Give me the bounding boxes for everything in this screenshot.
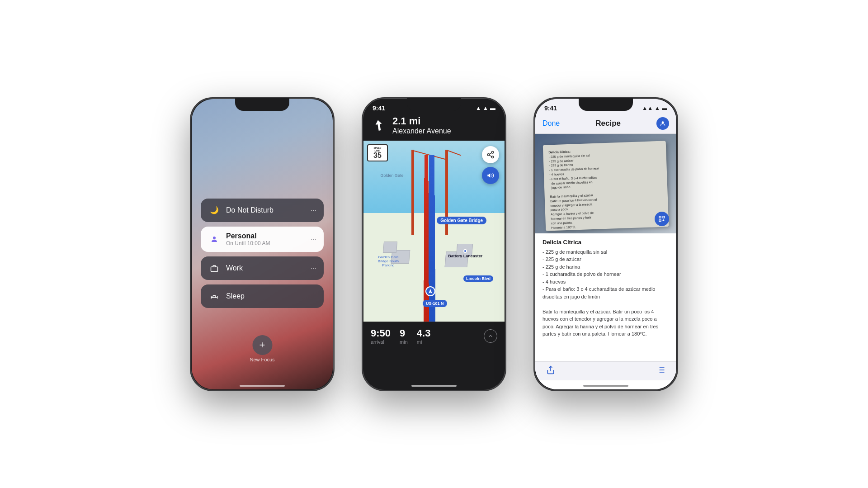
focus-row-work[interactable]: Work ···	[201, 256, 324, 280]
lincoln-blvd-label: Lincoln Blvd	[463, 275, 493, 282]
focus-sleep-name: Sleep	[226, 292, 311, 300]
speed-limit-title: SPEED LIMIT	[371, 147, 384, 152]
notebook-text: Delicia Cítrica: - 225 g de mantequilla …	[548, 146, 664, 231]
notes-title: Recipe	[595, 119, 621, 128]
bridge-cable-2	[447, 150, 462, 156]
home-bar-maps	[411, 385, 457, 387]
maps-footer: 9:50 arrival 9 min 4.3 mi	[363, 322, 505, 348]
notes-status-time: 9:41	[544, 104, 557, 112]
svg-point-0	[213, 237, 216, 239]
recipe-title: Delicia Cítrica	[542, 239, 669, 246]
gg-parking-label: Golden Gate Bridge South Parking	[375, 255, 402, 267]
maps-eta: 9:50 arrival 9 min 4.3 mi	[371, 327, 484, 345]
speed-limit-value: 35	[371, 152, 384, 159]
phone-notes: 9:41 ▲▲ ▲ ▬ Done Recipe Delicia Cítrica:…	[533, 97, 678, 391]
bed-icon	[208, 290, 221, 303]
home-bar	[240, 385, 285, 387]
eta-arrival: 9:50 arrival	[371, 327, 391, 345]
notes-photo-area: Delicia Cítrica: - 225 g de mantequilla …	[535, 134, 676, 233]
battery-icon: ▬	[490, 105, 495, 111]
maps-mute-button[interactable]	[482, 167, 499, 184]
list-button[interactable]	[656, 365, 665, 377]
eta-time-value: 9:50	[371, 327, 391, 339]
focus-panel: 🌙 Do Not Disturb ··· Personal On Until 1…	[201, 199, 324, 308]
plus-icon: +	[252, 335, 272, 355]
maps-background: SPEED LIMIT 35 Golden Gate Golden Gate B…	[363, 141, 505, 322]
focus-row-dnd[interactable]: 🌙 Do Not Disturb ···	[201, 199, 324, 222]
maps-share-button[interactable]	[482, 146, 499, 163]
svg-point-7	[662, 121, 664, 123]
eta-min-label: min	[400, 339, 408, 345]
focus-dnd-name: Do Not Disturb	[226, 206, 305, 214]
person-icon	[208, 233, 221, 246]
us101-label: US-101 N	[423, 300, 447, 307]
nav-arrow-icon	[371, 117, 387, 133]
bridge-tower-left	[411, 150, 414, 235]
golden-gate-bridge-label: Golden Gate Bridge	[437, 217, 486, 224]
briefcase-icon	[208, 262, 221, 275]
nav-street: Alexander Avenue	[392, 127, 451, 135]
phone-maps: 9:41 ▲ ▲ ▬ 2.1 mi Alexander Avenue	[362, 97, 506, 391]
wifi-icon: ▲	[483, 105, 488, 111]
eta-min-value: 9	[400, 327, 408, 339]
notes-status-icons: ▲▲ ▲ ▬	[642, 104, 667, 112]
moon-icon: 🌙	[208, 204, 221, 217]
eta-mi-label: mi	[417, 339, 431, 345]
new-focus-button[interactable]: + New Focus	[250, 335, 274, 362]
notes-toolbar	[535, 361, 676, 380]
navigation-arrow	[425, 286, 435, 296]
new-focus-label: New Focus	[250, 357, 274, 362]
maps-view: SPEED LIMIT 35 Golden Gate Golden Gate B…	[363, 141, 505, 322]
recipe-ingredients: - 225 g de mantequilla sin sal - 225 g d…	[542, 248, 669, 338]
golden-gate-area-label: Golden Gate	[380, 173, 403, 178]
focus-row-personal[interactable]: Personal On Until 10:00 AM ···	[201, 227, 324, 252]
svg-rect-8	[659, 216, 661, 218]
svg-rect-9	[663, 216, 665, 218]
focus-personal-subtitle: On Until 10:00 AM	[226, 240, 305, 246]
notes-wifi-icon: ▲	[655, 105, 660, 111]
svg-rect-1	[211, 267, 218, 272]
notes-signal-icon: ▲▲	[642, 105, 653, 111]
focus-personal-name: Personal	[226, 232, 305, 240]
notes-user-icon[interactable]	[656, 117, 669, 130]
maps-expand-button[interactable]	[484, 329, 497, 343]
focus-personal-dots[interactable]: ···	[311, 235, 316, 243]
maps-status-bar: 9:41 ▲ ▲ ▬	[363, 104, 505, 112]
battery-lancaster-label: Battery Lancaster	[448, 249, 482, 258]
signal-icon: ▲	[476, 105, 481, 111]
maps-road-red	[424, 155, 429, 322]
maps-status-time: 9:41	[373, 104, 385, 112]
notes-battery-icon: ▬	[662, 105, 667, 111]
building-2	[383, 242, 397, 253]
maps-status-icons: ▲ ▲ ▬	[476, 104, 495, 112]
svg-rect-10	[659, 220, 661, 222]
svg-line-6	[489, 152, 491, 154]
svg-point-4	[491, 156, 494, 158]
focus-row-sleep[interactable]: Sleep	[201, 284, 324, 308]
notebook: Delicia Cítrica: - 225 g de mantequilla …	[543, 141, 669, 231]
focus-work-dots[interactable]: ···	[311, 264, 316, 272]
svg-point-3	[487, 153, 490, 156]
svg-line-5	[489, 155, 491, 156]
focus-work-name: Work	[226, 264, 305, 272]
scan-text-button[interactable]	[655, 212, 669, 226]
eta-time-label: arrival	[371, 339, 391, 345]
nav-distance: 2.1 mi	[392, 115, 451, 127]
svg-point-2	[491, 151, 494, 153]
notes-status-bar: 9:41 ▲▲ ▲ ▬	[535, 104, 676, 112]
battery-pin	[463, 249, 467, 253]
eta-mi-value: 4.3	[417, 327, 431, 339]
home-bar-notes	[583, 385, 628, 387]
notes-done-button[interactable]: Done	[542, 119, 560, 128]
phone-focus: 🌙 Do Not Disturb ··· Personal On Until 1…	[190, 97, 335, 391]
eta-minutes: 9 min	[400, 327, 408, 345]
speed-limit-sign: SPEED LIMIT 35	[367, 144, 388, 161]
focus-dnd-dots[interactable]: ···	[311, 206, 316, 214]
eta-distance: 4.3 mi	[417, 327, 431, 345]
share-button[interactable]	[546, 365, 555, 377]
